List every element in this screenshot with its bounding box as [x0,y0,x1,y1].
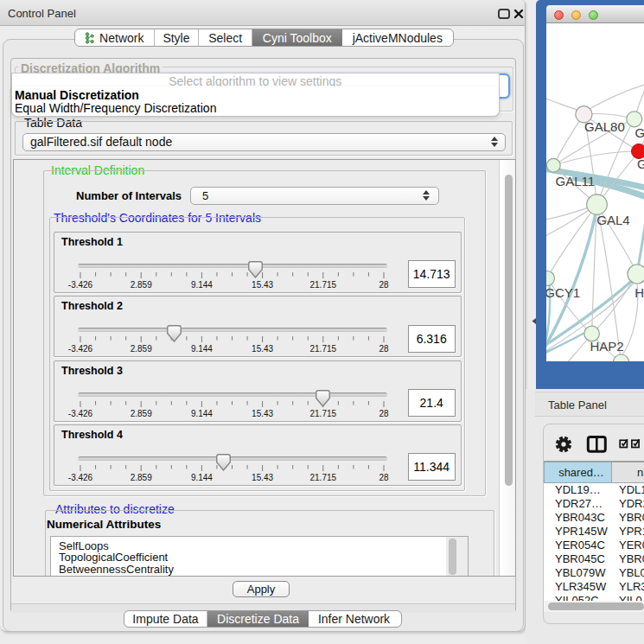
svg-text:GCY1: GCY1 [546,285,580,300]
svg-text:GAL11: GAL11 [556,174,596,188]
svg-text:GAL80: GAL80 [584,119,625,134]
svg-text:GAL4: GAL4 [596,213,629,227]
svg-text:G: G [637,156,644,171]
svg-text:H: H [634,285,644,300]
svg-text:HAP2: HAP2 [590,339,623,354]
svg-text:G.: G. [635,125,644,140]
